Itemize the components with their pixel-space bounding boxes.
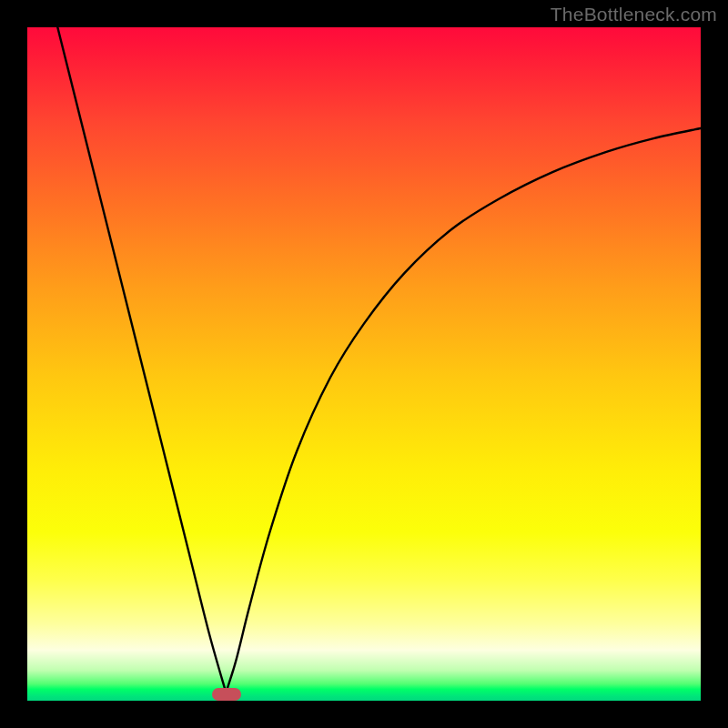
curve-path bbox=[57, 27, 701, 693]
curve-layer bbox=[27, 27, 701, 701]
minimum-marker bbox=[212, 688, 241, 701]
plot-area bbox=[27, 27, 701, 701]
outer-frame: TheBottleneck.com bbox=[0, 0, 728, 728]
watermark-text: TheBottleneck.com bbox=[551, 4, 717, 25]
